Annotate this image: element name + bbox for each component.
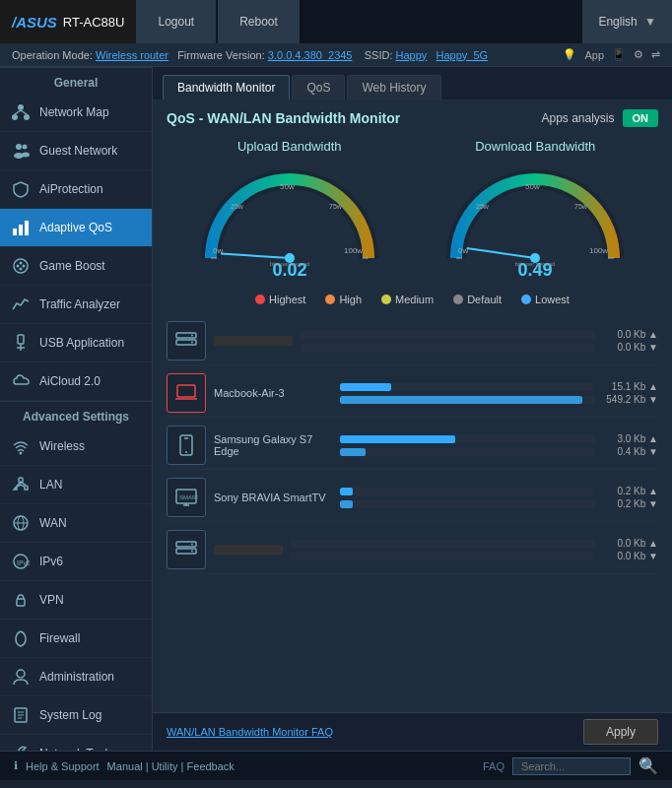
svg-text:25w: 25w [476, 203, 490, 210]
aiprotection-icon [10, 178, 32, 200]
logout-button[interactable]: Logout [136, 0, 216, 43]
tab-web-history[interactable]: Web History [347, 75, 440, 99]
language-button[interactable]: English ▼ [582, 0, 672, 43]
bar-fill-down [340, 396, 582, 404]
svg-rect-9 [13, 229, 17, 235]
sidebar-item-ipv6[interactable]: IPv6 IPv6 [0, 543, 152, 581]
sidebar-item-aiprotection[interactable]: AiProtection [0, 170, 152, 209]
traffic-analyzer-icon [10, 294, 32, 315]
utility-link[interactable]: Utility [152, 760, 178, 772]
svg-text:50w: 50w [525, 182, 540, 191]
sidebar-item-label: System Log [39, 708, 101, 722]
sidebar-item-network-map[interactable]: Network Map [0, 94, 152, 132]
sidebar-item-vpn[interactable]: VPN [0, 581, 152, 620]
svg-rect-10 [19, 225, 23, 235]
bar-label-up: 0.2 Kb ▲ [599, 486, 658, 496]
footer: ℹ Help & Support Manual | Utility | Feed… [0, 751, 672, 780]
device-icon-server-1 [167, 321, 206, 361]
sidebar: General Network Map Guest Network AiProt… [0, 67, 153, 751]
manual-link[interactable]: Manual [107, 760, 143, 772]
svg-point-15 [20, 262, 23, 265]
bar-label-down: 0.0 Kb ▼ [599, 551, 658, 561]
bar-fill-up [340, 383, 391, 391]
device-name-macbook: Macbook-Air-3 [214, 387, 332, 399]
apps-analysis: Apps analysis ON [541, 109, 658, 127]
bar-fill-down [340, 448, 366, 456]
wan-icon [10, 512, 32, 534]
ssid-5g-link[interactable]: Happy_5G [436, 49, 488, 61]
bar-label-down: 0.4 Kb ▼ [599, 446, 658, 457]
sidebar-item-label: Administration [39, 670, 114, 684]
device-bars-samsung: 3.0 Kb ▲ 0.4 Kb ▼ [340, 433, 658, 457]
bar-track [301, 344, 595, 352]
help-support-label: Help & Support [26, 760, 100, 772]
help-icon: ℹ [14, 759, 18, 772]
svg-text:75w: 75w [329, 203, 343, 210]
app-label: App [584, 49, 604, 61]
upload-gauge-title: Upload Bandwidth [171, 139, 408, 154]
svg-point-67 [191, 335, 193, 337]
sidebar-item-game-boost[interactable]: Game Boost [0, 247, 152, 286]
sidebar-item-label: Network Tools [39, 747, 113, 751]
sidebar-item-lan[interactable]: LAN [0, 466, 152, 504]
tab-qos[interactable]: QoS [292, 75, 345, 99]
sidebar-item-wan[interactable]: WAN [0, 504, 152, 543]
svg-rect-27 [17, 599, 25, 606]
content-area: Bandwidth Monitor QoS Web History QoS - … [153, 67, 672, 751]
ssid-2g-link[interactable]: Happy [396, 49, 428, 61]
tab-bar: Bandwidth Monitor QoS Web History [153, 67, 672, 99]
device-icon-tv: SMART [167, 478, 206, 517]
wireless-icon [10, 435, 32, 457]
logo: /ASUS RT-AC88U [0, 0, 136, 43]
faq-link[interactable]: WAN/LAN Bandwidth Monitor FAQ [167, 726, 333, 738]
svg-point-0 [18, 104, 24, 110]
header: /ASUS RT-AC88U Logout Reboot English ▼ [0, 0, 672, 43]
apps-analysis-toggle[interactable]: ON [623, 109, 659, 127]
bar-row-up-sony: 0.2 Kb ▲ [340, 486, 658, 496]
advanced-section-title: Advanced Settings [0, 401, 152, 427]
device-icon-server-2 [167, 530, 206, 569]
status-text: Operation Mode: Wireless router Firmware… [12, 49, 488, 61]
upload-gauge: 0w 100w 50w 25w 75w 0.02 bits per second [191, 160, 388, 278]
firmware-link[interactable]: 3.0.0.4.380_2345 [268, 49, 353, 61]
sidebar-item-system-log[interactable]: System Log [0, 696, 152, 735]
lightbulb-icon: 💡 [563, 48, 576, 61]
sidebar-item-network-tools[interactable]: Network Tools [0, 735, 152, 751]
legend-highest: Highest [255, 294, 305, 305]
sidebar-item-administration[interactable]: Administration [0, 658, 152, 696]
table-row: Macbook-Air-3 15.1 Kb ▲ 549. [167, 369, 658, 418]
device-name-5 [214, 545, 283, 555]
feedback-link[interactable]: Feedback [187, 760, 235, 772]
footer-search-input[interactable] [512, 757, 631, 775]
general-section-title: General [0, 67, 152, 94]
search-icon[interactable]: 🔍 [638, 756, 658, 775]
bar-row-up-1: 0.0 Kb ▲ [301, 329, 658, 340]
svg-point-13 [17, 265, 20, 268]
apply-button[interactable]: Apply [583, 719, 658, 745]
bar-track [301, 331, 595, 339]
sidebar-item-usb-application[interactable]: USB Application [0, 324, 152, 362]
sidebar-item-firewall[interactable]: Firewall [0, 620, 152, 658]
sidebar-item-aicloud[interactable]: AiCloud 2.0 [0, 362, 152, 401]
tab-bandwidth-monitor[interactable]: Bandwidth Monitor [163, 75, 290, 99]
sidebar-item-traffic-analyzer[interactable]: Traffic Analyzer [0, 286, 152, 324]
bar-row-up-5: 0.0 Kb ▲ [291, 538, 658, 549]
table-row: 0.0 Kb ▲ 0.0 Kb ▼ [167, 526, 658, 574]
bar-fill-down [340, 500, 353, 508]
sidebar-item-guest-network[interactable]: Guest Network [0, 132, 152, 170]
bar-track [291, 540, 595, 548]
svg-point-80 [191, 544, 193, 546]
bar-label-down: 0.0 Kb ▼ [599, 342, 658, 353]
operation-mode-link[interactable]: Wireless router [96, 49, 168, 61]
guest-network-icon [10, 140, 32, 162]
svg-point-72 [185, 451, 187, 453]
bar-track [291, 553, 595, 560]
reboot-button[interactable]: Reboot [218, 0, 300, 43]
svg-point-20 [20, 452, 23, 455]
svg-line-61 [467, 248, 536, 258]
sidebar-item-adaptive-qos[interactable]: Adaptive QoS [0, 209, 152, 247]
legend: Highest High Medium Default Lowest [167, 294, 658, 305]
aicloud-icon [10, 370, 32, 392]
sidebar-item-wireless[interactable]: Wireless [0, 427, 152, 466]
footer-left: ℹ Help & Support Manual | Utility | Feed… [14, 759, 235, 772]
